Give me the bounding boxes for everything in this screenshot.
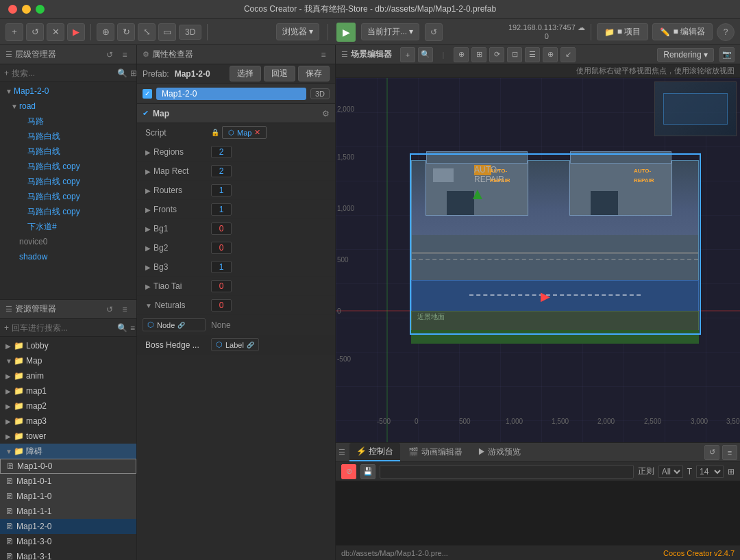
tree-item-copy2[interactable]: 马路白线 copy [0,174,136,189]
expand-console-btn[interactable]: ⊞ [728,467,735,476]
scene-tool-6[interactable]: ⊡ [507,47,522,62]
scene-view[interactable]: 2,000 1,500 1,000 500 0 -500 -500 0 500 … [336,78,740,442]
prop-val-tiaotai[interactable]: 0 [211,280,232,292]
asset-item-map1-1-0[interactable]: 🖹Map1-1-0 [0,489,136,504]
add-button[interactable]: + [5,23,23,41]
asset-item-map1-0-0[interactable]: 🖹Map1-0-0 [0,459,136,474]
refresh-2-button[interactable]: ↺ [425,23,443,41]
tree-item-copy1[interactable]: 马路白线 copy [0,159,136,174]
component-settings-btn[interactable]: ⚙ [322,109,330,118]
maximize-button[interactable] [36,5,45,14]
tree-root[interactable]: ▼ Map1-2-0 [0,84,136,99]
save-button[interactable]: 保存 [298,66,330,81]
tree-item-bxian2[interactable]: 马路白线 [0,144,136,159]
tab-console[interactable]: ⚡ 控制台 [349,443,400,461]
prop-routers: ▶Routers 1 [137,181,335,200]
hierarchy-menu[interactable]: ≡ [119,49,131,61]
scale-tool[interactable]: ⤡ [138,23,156,41]
asset-refresh[interactable]: ↺ [103,303,116,316]
console-menu[interactable]: ≡ [722,445,737,460]
console-filter-input[interactable] [380,465,634,479]
asset-item-map[interactable]: ▼ 📁 Map [0,353,136,368]
asset-item-map1-2-0[interactable]: 🖹Map1-2-0 [0,519,136,534]
prop-val-fronts[interactable]: 1 [211,203,232,216]
camera-button[interactable]: 📷 [719,47,735,62]
editor-button[interactable]: ✏️ ■ 编辑器 [652,23,713,40]
tree-item-road[interactable]: ▼road [0,99,136,114]
script-tag[interactable]: ⬡ Map ✕ [222,126,267,139]
scene-tool-7[interactable]: ☰ [525,47,540,62]
tree-item-copy3[interactable]: 马路白线 copy [0,189,136,204]
scene-tool-2[interactable]: 🔍 [418,47,433,62]
tree-item-novice[interactable]: novice0 [0,234,136,249]
scene-tool-4[interactable]: ⊞ [471,47,486,62]
hierarchy-add-btn[interactable]: + [4,67,9,79]
console-error-btn[interactable]: ⊘ [341,464,356,479]
asset-item-map1-3-1[interactable]: 🖹Map1-3-1 [0,549,136,560]
script-close-icon[interactable]: ✕ [254,128,260,137]
scene-tool-1[interactable]: + [400,47,415,62]
asset-item-tower[interactable]: ▶ 📁tower [0,429,136,444]
asset-item-barrier[interactable]: ▼ 📁障碍 [0,444,136,459]
scene-tool-9[interactable]: ↙ [560,47,576,62]
tree-item-drain[interactable]: 下水道# [0,219,136,234]
tree-item-bxian1[interactable]: 马路白线 [0,129,136,144]
back-button[interactable]: 回退 [264,66,295,81]
project-button[interactable]: 📁 ■ 项目 [597,23,649,40]
console-save-btn[interactable]: 💾 [360,464,375,479]
asset-add-btn[interactable]: + [4,322,9,334]
scene-tool-8[interactable]: ⊕ [543,47,558,62]
browser-button[interactable]: 浏览器 ▾ [276,23,319,40]
close-node-button[interactable]: ✕ [47,23,64,41]
asset-item-map1[interactable]: ▶ 📁map1 [0,383,136,398]
scene-tool-5[interactable]: ⟳ [489,47,504,62]
node-checkbox[interactable]: ✓ [143,89,152,99]
prop-val-regions[interactable]: 2 [211,146,232,158]
rect-tool[interactable]: ▭ [158,23,176,41]
asset-item-lobby[interactable]: ▶ 📁 Lobby [0,338,136,353]
rendering-dropdown[interactable]: Rendering ▾ [657,48,714,62]
asset-menu[interactable]: ≡ [119,303,131,316]
rotate-tool[interactable]: ↻ [117,23,135,41]
hierarchy-filter-icon: ⊞ [130,68,136,78]
scene-tool-3[interactable]: ⊕ [454,47,469,62]
prop-val-neturals[interactable]: 0 [211,299,232,311]
console-refresh[interactable]: ↺ [704,445,719,460]
building-right-door [591,191,618,215]
hierarchy-refresh[interactable]: ↺ [103,49,116,61]
prop-val-bg3[interactable]: 1 [211,261,232,273]
help-button[interactable]: ? [717,23,735,41]
tree-item-malu[interactable]: 马路 [0,114,136,129]
tree-item-shadow[interactable]: shadow [0,249,136,264]
asset-item-map1-1-1[interactable]: 🖹Map1-1-1 [0,504,136,519]
properties-menu[interactable]: ≡ [317,49,330,61]
minimize-button[interactable] [22,5,31,14]
prop-val-routers[interactable]: 1 [211,184,232,196]
asset-item-map1-0-1[interactable]: 🖹Map1-0-1 [0,474,136,489]
mode-3d-btn[interactable]: 3D [179,25,201,40]
tree-item-copy4[interactable]: 马路白线 copy [0,204,136,219]
tab-preview[interactable]: ▶ 游戏预览 [471,444,528,461]
asset-search-input[interactable] [12,323,114,333]
asset-item-map1-3-0[interactable]: 🖹Map1-3-0 [0,534,136,549]
animation-button[interactable]: ▶ [67,23,85,41]
minimap[interactable] [654,81,737,136]
open-dropdown[interactable]: 当前打开... ▾ [361,23,419,40]
asset-item-map3[interactable]: ▶ 📁map3 [0,413,136,429]
asset-sort-icon[interactable]: ≡ [130,323,135,333]
move-tool[interactable]: ⊕ [97,23,114,41]
hierarchy-search-input[interactable] [12,68,114,78]
close-button[interactable] [8,5,17,14]
asset-item-map2[interactable]: ▶ 📁map2 [0,398,136,413]
node-name[interactable]: Map1-2-0 [156,88,306,100]
select-button[interactable]: 选择 [230,66,261,81]
console-font-size[interactable]: 14 [696,466,724,478]
asset-item-anim[interactable]: ▶ 📁anim [0,368,136,383]
refresh-button[interactable]: ↺ [26,23,44,41]
play-button[interactable]: ▶ [336,23,356,42]
prop-val-bg1[interactable]: 0 [211,222,232,235]
console-level-select[interactable]: All [658,466,683,478]
tab-animation[interactable]: 🎬 动画编辑器 [402,444,469,461]
prop-val-maprect[interactable]: 2 [211,165,232,177]
prop-val-bg2[interactable]: 0 [211,242,232,254]
